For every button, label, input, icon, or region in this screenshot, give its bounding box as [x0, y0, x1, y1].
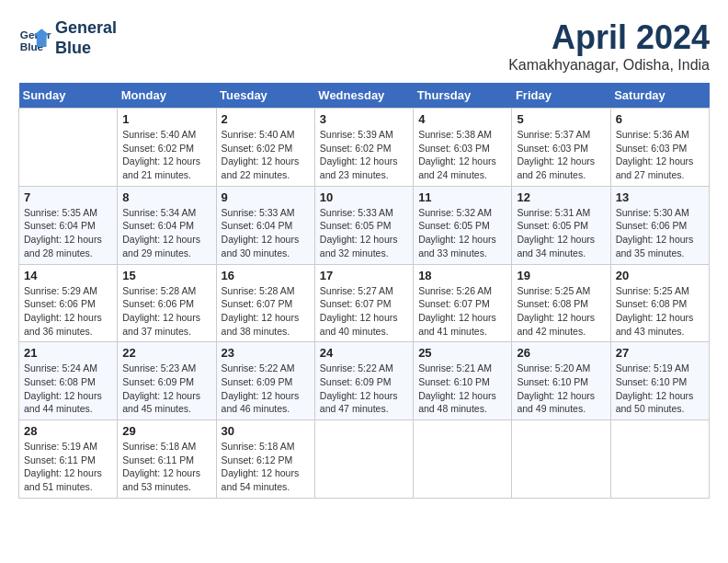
day-number: 5: [517, 112, 605, 126]
day-number: 30: [222, 424, 310, 438]
day-info: Sunrise: 5:29 AMSunset: 6:06 PMDaylight:…: [24, 284, 112, 339]
day-number: 13: [616, 190, 704, 204]
day-info: Sunrise: 5:31 AMSunset: 6:05 PMDaylight:…: [517, 206, 605, 260]
calendar-cell: 14Sunrise: 5:29 AMSunset: 6:06 PMDayligh…: [19, 264, 118, 342]
day-info: Sunrise: 5:33 AMSunset: 6:04 PMDaylight:…: [222, 206, 310, 260]
day-number: 1: [122, 112, 210, 126]
title-block: April 2024 Kamakhyanagar, Odisha, India: [508, 18, 710, 74]
day-number: 19: [517, 269, 605, 282]
calendar-cell: 17Sunrise: 5:27 AMSunset: 6:07 PMDayligh…: [314, 264, 413, 342]
calendar-cell: 8Sunrise: 5:34 AMSunset: 6:04 PMDaylight…: [118, 186, 216, 264]
calendar-cell: 22Sunrise: 5:23 AMSunset: 6:09 PMDayligh…: [118, 342, 216, 420]
day-info: Sunrise: 5:23 AMSunset: 6:09 PMDaylight:…: [122, 362, 210, 416]
day-info: Sunrise: 5:34 AMSunset: 6:04 PMDaylight:…: [122, 206, 210, 260]
calendar-cell: 23Sunrise: 5:22 AMSunset: 6:09 PMDayligh…: [216, 342, 314, 420]
weekday-header: Wednesday: [314, 83, 413, 109]
weekday-header: Thursday: [414, 83, 512, 109]
calendar-cell: 1Sunrise: 5:40 AMSunset: 6:02 PMDaylight…: [118, 109, 216, 187]
day-info: Sunrise: 5:26 AMSunset: 6:07 PMDaylight:…: [418, 284, 506, 339]
calendar-cell: 3Sunrise: 5:39 AMSunset: 6:02 PMDaylight…: [314, 109, 413, 187]
calendar-cell: 16Sunrise: 5:28 AMSunset: 6:07 PMDayligh…: [216, 264, 314, 342]
calendar-cell: 13Sunrise: 5:30 AMSunset: 6:06 PMDayligh…: [610, 186, 709, 264]
day-info: Sunrise: 5:18 AMSunset: 6:12 PMDaylight:…: [222, 440, 310, 494]
logo-icon: General Blue: [18, 22, 51, 55]
logo: General Blue General Blue: [18, 18, 117, 58]
calendar-cell: 27Sunrise: 5:19 AMSunset: 6:10 PMDayligh…: [610, 342, 709, 420]
day-info: Sunrise: 5:40 AMSunset: 6:02 PMDaylight:…: [122, 128, 210, 182]
calendar-cell: 9Sunrise: 5:33 AMSunset: 6:04 PMDaylight…: [216, 186, 314, 264]
day-number: 2: [222, 112, 310, 126]
day-info: Sunrise: 5:20 AMSunset: 6:10 PMDaylight:…: [517, 362, 605, 416]
calendar-cell: [610, 420, 709, 499]
day-number: 9: [222, 190, 310, 204]
calendar-cell: 11Sunrise: 5:32 AMSunset: 6:05 PMDayligh…: [414, 186, 512, 264]
calendar-cell: 20Sunrise: 5:25 AMSunset: 6:08 PMDayligh…: [610, 264, 709, 342]
calendar-cell: 29Sunrise: 5:18 AMSunset: 6:11 PMDayligh…: [118, 420, 216, 499]
weekday-header: Sunday: [19, 83, 118, 109]
day-number: 17: [320, 269, 408, 282]
calendar-cell: 18Sunrise: 5:26 AMSunset: 6:07 PMDayligh…: [414, 264, 512, 342]
weekday-header: Friday: [512, 83, 610, 109]
day-number: 25: [418, 346, 506, 360]
day-info: Sunrise: 5:40 AMSunset: 6:02 PMDaylight:…: [222, 128, 310, 182]
day-number: 15: [122, 269, 210, 282]
calendar-table: SundayMondayTuesdayWednesdayThursdayFrid…: [18, 83, 710, 499]
day-number: 29: [122, 424, 210, 438]
calendar-cell: 30Sunrise: 5:18 AMSunset: 6:12 PMDayligh…: [216, 420, 314, 499]
calendar-cell: 7Sunrise: 5:35 AMSunset: 6:04 PMDaylight…: [19, 186, 118, 264]
calendar-cell: 12Sunrise: 5:31 AMSunset: 6:05 PMDayligh…: [512, 186, 610, 264]
day-info: Sunrise: 5:19 AMSunset: 6:10 PMDaylight:…: [616, 362, 704, 416]
calendar-cell: 4Sunrise: 5:38 AMSunset: 6:03 PMDaylight…: [414, 109, 512, 187]
calendar-cell: 28Sunrise: 5:19 AMSunset: 6:11 PMDayligh…: [19, 420, 118, 499]
day-info: Sunrise: 5:38 AMSunset: 6:03 PMDaylight:…: [418, 128, 506, 182]
day-info: Sunrise: 5:25 AMSunset: 6:08 PMDaylight:…: [517, 284, 605, 339]
day-info: Sunrise: 5:39 AMSunset: 6:02 PMDaylight:…: [320, 128, 408, 182]
calendar-cell: 10Sunrise: 5:33 AMSunset: 6:05 PMDayligh…: [314, 186, 413, 264]
day-number: 18: [418, 269, 506, 282]
calendar-cell: 6Sunrise: 5:36 AMSunset: 6:03 PMDaylight…: [610, 109, 709, 187]
day-info: Sunrise: 5:27 AMSunset: 6:07 PMDaylight:…: [320, 284, 408, 339]
day-info: Sunrise: 5:28 AMSunset: 6:06 PMDaylight:…: [122, 284, 210, 339]
day-number: 8: [122, 190, 210, 204]
calendar-cell: [512, 420, 610, 499]
day-number: 12: [517, 190, 605, 204]
day-number: 7: [24, 190, 112, 204]
day-number: 24: [320, 346, 408, 360]
calendar-cell: 21Sunrise: 5:24 AMSunset: 6:08 PMDayligh…: [19, 342, 118, 420]
day-info: Sunrise: 5:30 AMSunset: 6:06 PMDaylight:…: [616, 206, 704, 260]
calendar-cell: 26Sunrise: 5:20 AMSunset: 6:10 PMDayligh…: [512, 342, 610, 420]
day-info: Sunrise: 5:22 AMSunset: 6:09 PMDaylight:…: [320, 362, 408, 416]
day-info: Sunrise: 5:28 AMSunset: 6:07 PMDaylight:…: [222, 284, 310, 339]
calendar-cell: 24Sunrise: 5:22 AMSunset: 6:09 PMDayligh…: [314, 342, 413, 420]
weekday-header: Tuesday: [216, 83, 314, 109]
weekday-header: Monday: [118, 83, 216, 109]
location: Kamakhyanagar, Odisha, India: [508, 57, 710, 74]
day-number: 21: [24, 346, 112, 360]
day-number: 28: [24, 424, 112, 438]
calendar-cell: [19, 109, 118, 187]
calendar-cell: 15Sunrise: 5:28 AMSunset: 6:06 PMDayligh…: [118, 264, 216, 342]
day-number: 16: [222, 269, 310, 282]
logo-text: General Blue: [55, 18, 117, 58]
day-info: Sunrise: 5:22 AMSunset: 6:09 PMDaylight:…: [222, 362, 310, 416]
day-number: 10: [320, 190, 408, 204]
day-info: Sunrise: 5:37 AMSunset: 6:03 PMDaylight:…: [517, 128, 605, 182]
day-number: 26: [517, 346, 605, 360]
day-number: 4: [418, 112, 506, 126]
day-number: 6: [616, 112, 704, 126]
day-number: 22: [122, 346, 210, 360]
day-number: 20: [616, 269, 704, 282]
day-number: 3: [320, 112, 408, 126]
day-info: Sunrise: 5:36 AMSunset: 6:03 PMDaylight:…: [616, 128, 704, 182]
day-info: Sunrise: 5:32 AMSunset: 6:05 PMDaylight:…: [418, 206, 506, 260]
day-info: Sunrise: 5:19 AMSunset: 6:11 PMDaylight:…: [24, 440, 112, 494]
day-info: Sunrise: 5:24 AMSunset: 6:08 PMDaylight:…: [24, 362, 112, 416]
month-title: April 2024: [508, 18, 710, 57]
calendar-cell: 5Sunrise: 5:37 AMSunset: 6:03 PMDaylight…: [512, 109, 610, 187]
day-info: Sunrise: 5:21 AMSunset: 6:10 PMDaylight:…: [418, 362, 506, 416]
day-number: 27: [616, 346, 704, 360]
day-number: 23: [222, 346, 310, 360]
calendar-cell: 2Sunrise: 5:40 AMSunset: 6:02 PMDaylight…: [216, 109, 314, 187]
day-number: 11: [418, 190, 506, 204]
calendar-cell: [314, 420, 413, 499]
